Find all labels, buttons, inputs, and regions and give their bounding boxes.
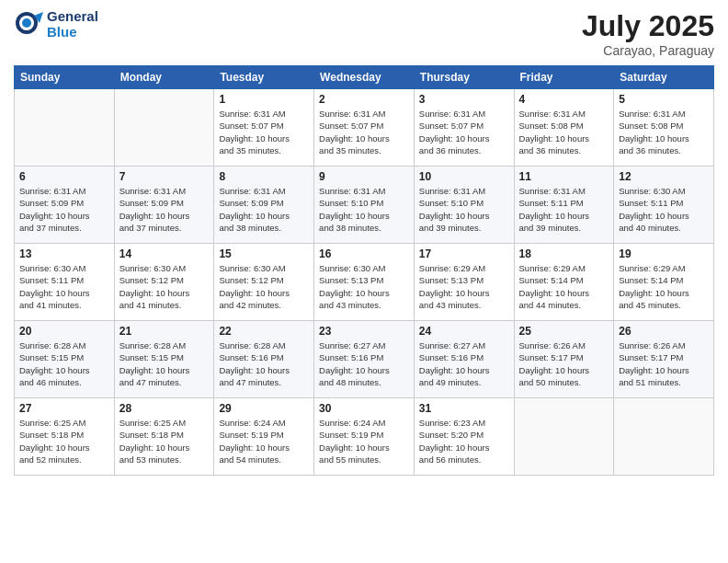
calendar-cell: 29Sunrise: 6:24 AM Sunset: 5:19 PM Dayli… — [214, 398, 314, 476]
day-number: 20 — [19, 325, 109, 338]
calendar-cell: 2Sunrise: 6:31 AM Sunset: 5:07 PM Daylig… — [314, 89, 415, 167]
calendar-cell: 15Sunrise: 6:30 AM Sunset: 5:12 PM Dayli… — [214, 244, 314, 321]
calendar-cell: 12Sunrise: 6:30 AM Sunset: 5:11 PM Dayli… — [614, 167, 714, 244]
day-info: Sunrise: 6:30 AM Sunset: 5:11 PM Dayligh… — [619, 185, 709, 234]
calendar-cell: 5Sunrise: 6:31 AM Sunset: 5:08 PM Daylig… — [614, 89, 714, 167]
day-number: 16 — [319, 247, 409, 260]
day-number: 18 — [519, 247, 609, 260]
day-number: 8 — [219, 170, 309, 183]
location-subtitle: Carayao, Paraguay — [582, 43, 714, 58]
day-number: 25 — [519, 325, 609, 338]
day-info: Sunrise: 6:26 AM Sunset: 5:17 PM Dayligh… — [619, 339, 709, 388]
week-row-3: 13Sunrise: 6:30 AM Sunset: 5:11 PM Dayli… — [15, 244, 714, 321]
calendar-cell — [514, 398, 614, 476]
day-info: Sunrise: 6:30 AM Sunset: 5:12 PM Dayligh… — [119, 262, 210, 311]
day-info: Sunrise: 6:25 AM Sunset: 5:18 PM Dayligh… — [119, 417, 210, 465]
calendar-cell: 9Sunrise: 6:31 AM Sunset: 5:10 PM Daylig… — [314, 167, 415, 244]
day-number: 26 — [619, 325, 709, 338]
calendar-cell: 14Sunrise: 6:30 AM Sunset: 5:12 PM Dayli… — [114, 244, 214, 321]
day-info: Sunrise: 6:31 AM Sunset: 5:10 PM Dayligh… — [419, 185, 509, 234]
calendar-cell: 31Sunrise: 6:23 AM Sunset: 5:20 PM Dayli… — [414, 398, 514, 476]
calendar-cell: 21Sunrise: 6:28 AM Sunset: 5:15 PM Dayli… — [114, 321, 214, 398]
day-number: 24 — [419, 325, 509, 338]
day-number: 7 — [119, 170, 210, 183]
day-header-sunday: Sunday — [15, 66, 115, 89]
day-info: Sunrise: 6:30 AM Sunset: 5:12 PM Dayligh… — [219, 262, 309, 311]
calendar-cell: 28Sunrise: 6:25 AM Sunset: 5:18 PM Dayli… — [114, 398, 214, 476]
day-info: Sunrise: 6:31 AM Sunset: 5:07 PM Dayligh… — [319, 108, 409, 156]
page: General Blue July 2025 Carayao, Paraguay… — [0, 0, 728, 563]
day-number: 11 — [519, 170, 609, 183]
calendar-cell: 13Sunrise: 6:30 AM Sunset: 5:11 PM Dayli… — [15, 244, 115, 321]
day-number: 19 — [619, 247, 709, 260]
day-number: 5 — [619, 93, 709, 106]
calendar-cell: 20Sunrise: 6:28 AM Sunset: 5:15 PM Dayli… — [15, 321, 115, 398]
calendar-cell: 8Sunrise: 6:31 AM Sunset: 5:09 PM Daylig… — [214, 167, 314, 244]
header: General Blue July 2025 Carayao, Paraguay — [14, 9, 714, 58]
day-info: Sunrise: 6:31 AM Sunset: 5:09 PM Dayligh… — [219, 185, 309, 234]
day-number: 23 — [319, 325, 409, 338]
calendar-cell: 6Sunrise: 6:31 AM Sunset: 5:09 PM Daylig… — [15, 167, 115, 244]
calendar-cell: 10Sunrise: 6:31 AM Sunset: 5:10 PM Dayli… — [414, 167, 514, 244]
day-number: 31 — [419, 402, 509, 415]
day-number: 12 — [619, 170, 709, 183]
week-row-4: 20Sunrise: 6:28 AM Sunset: 5:15 PM Dayli… — [15, 321, 714, 398]
day-number: 14 — [119, 247, 210, 260]
calendar-cell: 1Sunrise: 6:31 AM Sunset: 5:07 PM Daylig… — [214, 89, 314, 167]
day-info: Sunrise: 6:31 AM Sunset: 5:10 PM Dayligh… — [319, 185, 409, 234]
day-info: Sunrise: 6:29 AM Sunset: 5:14 PM Dayligh… — [519, 262, 609, 311]
day-number: 9 — [319, 170, 409, 183]
day-info: Sunrise: 6:26 AM Sunset: 5:17 PM Dayligh… — [519, 339, 609, 388]
day-number: 15 — [219, 247, 309, 260]
day-number: 21 — [119, 325, 210, 338]
day-number: 4 — [519, 93, 609, 106]
calendar-cell — [614, 398, 714, 476]
day-header-saturday: Saturday — [614, 66, 714, 89]
day-number: 28 — [119, 402, 210, 415]
day-header-wednesday: Wednesday — [314, 66, 415, 89]
day-number: 2 — [319, 93, 409, 106]
calendar-cell: 19Sunrise: 6:29 AM Sunset: 5:14 PM Dayli… — [614, 244, 714, 321]
month-title: July 2025 — [582, 9, 714, 43]
day-header-friday: Friday — [514, 66, 614, 89]
day-info: Sunrise: 6:23 AM Sunset: 5:20 PM Dayligh… — [419, 417, 509, 465]
calendar-header-row: SundayMondayTuesdayWednesdayThursdayFrid… — [15, 66, 714, 89]
calendar-cell: 7Sunrise: 6:31 AM Sunset: 5:09 PM Daylig… — [114, 167, 214, 244]
week-row-1: 1Sunrise: 6:31 AM Sunset: 5:07 PM Daylig… — [15, 89, 714, 167]
day-number: 1 — [219, 93, 309, 106]
day-info: Sunrise: 6:31 AM Sunset: 5:11 PM Dayligh… — [519, 185, 609, 234]
calendar-cell — [114, 89, 214, 167]
calendar-cell: 17Sunrise: 6:29 AM Sunset: 5:13 PM Dayli… — [414, 244, 514, 321]
day-number: 29 — [219, 402, 309, 415]
calendar-cell: 16Sunrise: 6:30 AM Sunset: 5:13 PM Dayli… — [314, 244, 415, 321]
calendar-cell: 18Sunrise: 6:29 AM Sunset: 5:14 PM Dayli… — [514, 244, 614, 321]
day-info: Sunrise: 6:31 AM Sunset: 5:09 PM Dayligh… — [19, 185, 109, 234]
logo-text-blue: Blue — [47, 25, 98, 40]
day-number: 10 — [419, 170, 509, 183]
title-block: July 2025 Carayao, Paraguay — [582, 9, 714, 58]
day-info: Sunrise: 6:31 AM Sunset: 5:08 PM Dayligh… — [519, 108, 609, 156]
day-info: Sunrise: 6:30 AM Sunset: 5:11 PM Dayligh… — [19, 262, 109, 311]
day-number: 17 — [419, 247, 509, 260]
day-number: 13 — [19, 247, 109, 260]
svg-point-2 — [22, 18, 31, 28]
logo: General Blue — [14, 9, 98, 40]
day-info: Sunrise: 6:31 AM Sunset: 5:08 PM Dayligh… — [619, 108, 709, 156]
week-row-5: 27Sunrise: 6:25 AM Sunset: 5:18 PM Dayli… — [15, 398, 714, 476]
calendar-cell: 27Sunrise: 6:25 AM Sunset: 5:18 PM Dayli… — [15, 398, 115, 476]
calendar-cell: 4Sunrise: 6:31 AM Sunset: 5:08 PM Daylig… — [514, 89, 614, 167]
day-info: Sunrise: 6:29 AM Sunset: 5:14 PM Dayligh… — [619, 262, 709, 311]
calendar-cell: 24Sunrise: 6:27 AM Sunset: 5:16 PM Dayli… — [414, 321, 514, 398]
day-info: Sunrise: 6:25 AM Sunset: 5:18 PM Dayligh… — [19, 417, 109, 465]
day-info: Sunrise: 6:30 AM Sunset: 5:13 PM Dayligh… — [319, 262, 409, 311]
day-info: Sunrise: 6:29 AM Sunset: 5:13 PM Dayligh… — [419, 262, 509, 311]
calendar-cell: 3Sunrise: 6:31 AM Sunset: 5:07 PM Daylig… — [414, 89, 514, 167]
day-number: 3 — [419, 93, 509, 106]
day-number: 6 — [19, 170, 109, 183]
day-info: Sunrise: 6:28 AM Sunset: 5:15 PM Dayligh… — [119, 339, 210, 388]
logo-icon — [14, 10, 43, 40]
day-info: Sunrise: 6:28 AM Sunset: 5:16 PM Dayligh… — [219, 339, 309, 388]
day-info: Sunrise: 6:31 AM Sunset: 5:07 PM Dayligh… — [419, 108, 509, 156]
calendar-cell: 26Sunrise: 6:26 AM Sunset: 5:17 PM Dayli… — [614, 321, 714, 398]
day-info: Sunrise: 6:24 AM Sunset: 5:19 PM Dayligh… — [219, 417, 309, 465]
